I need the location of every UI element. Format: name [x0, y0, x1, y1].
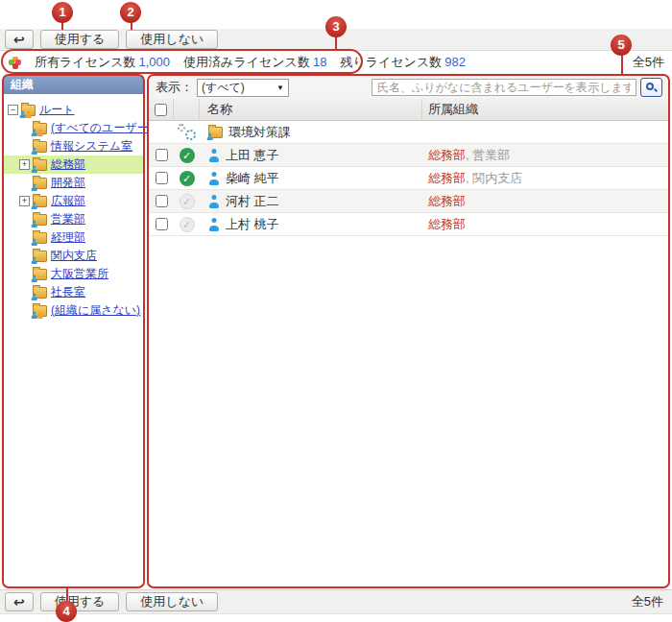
tree-item-0[interactable]: −ルート	[4, 101, 143, 119]
callout-1: 1	[52, 2, 73, 23]
tree-item-1[interactable]: (すべてのユーザー)	[4, 119, 143, 137]
table-row[interactable]: 環境対策課	[149, 121, 669, 144]
org-folder-icon	[32, 286, 48, 299]
tree-link[interactable]: 社長室	[51, 284, 85, 300]
tree-link[interactable]: 広報部	[51, 193, 85, 209]
tree-link[interactable]: 関内支店	[51, 248, 97, 264]
search-input[interactable]	[372, 79, 636, 96]
user-icon	[207, 195, 221, 208]
search-icon	[646, 83, 654, 90]
use-button-top[interactable]: 使用する	[40, 30, 120, 49]
tree-item-8[interactable]: 関内支店	[4, 247, 143, 265]
sidebar-title: 組織	[4, 76, 143, 94]
bottom-toolbar: ↩ 使用する 使用しない 全5件	[0, 589, 672, 614]
org-name: 環境対策課	[228, 124, 291, 141]
tree-link[interactable]: (組織に属さない)	[51, 302, 140, 319]
org-folder-icon	[32, 231, 48, 244]
group-folder-icon	[20, 104, 36, 116]
table-row[interactable]: ✓河村 正二総務部	[149, 190, 669, 213]
display-filter-select[interactable]: (すべて) ▼	[197, 79, 289, 97]
user-icon	[207, 172, 221, 185]
tree-link[interactable]: 大阪営業所	[51, 266, 108, 282]
total-count-top: 全5件	[633, 54, 664, 71]
back-button-bottom[interactable]: ↩	[5, 592, 34, 611]
expand-icon[interactable]: +	[19, 196, 30, 206]
unlicensed-check-icon: ✓	[180, 217, 195, 232]
tree-item-10[interactable]: 社長室	[4, 283, 143, 301]
licensed-check-icon: ✓	[180, 171, 195, 186]
license-management-page: ↩ 使用する 使用しない 所有ライセンス数1,000 使用済みライセンス数18 …	[0, 0, 672, 622]
used-licenses-value: 18	[313, 55, 326, 69]
back-icon: ↩	[13, 594, 25, 610]
select-all-checkbox[interactable]	[155, 104, 167, 116]
group-folder-icon	[32, 304, 48, 317]
tree-item-7[interactable]: 経理部	[4, 228, 143, 247]
name-column-header: 名称	[200, 99, 422, 120]
splitter-grip[interactable]: ∷	[136, 310, 143, 320]
table-row[interactable]: ✓上田 恵子総務部, 営業部	[149, 144, 669, 167]
collapse-icon[interactable]: −	[8, 105, 18, 115]
total-count-bottom: 全5件	[632, 593, 667, 610]
user-name: 河村 正二	[226, 193, 279, 210]
org-label: 総務部	[428, 216, 466, 233]
status-column-header	[174, 99, 200, 120]
callout-4: 4	[56, 601, 77, 622]
tree-link[interactable]: 営業部	[51, 211, 85, 227]
tree-item-4[interactable]: 開発部	[4, 174, 143, 192]
org-folder-icon	[207, 126, 224, 138]
table-row[interactable]: ✓上村 桃子総務部	[149, 213, 669, 236]
user-icon	[207, 149, 221, 162]
tree-item-2[interactable]: 情報システム室	[4, 137, 143, 156]
tree-item-6[interactable]: 営業部	[4, 210, 143, 228]
expand-icon[interactable]: +	[19, 159, 30, 170]
affiliated-orgs: 総務部, 営業部	[422, 144, 669, 166]
user-name: 上村 桃子	[226, 216, 279, 233]
organization-sidebar: 組織 −ルート(すべてのユーザー)情報システム室+総務部開発部+広報部営業部経理…	[4, 76, 143, 586]
used-licenses: 使用済みライセンス数18	[183, 54, 326, 71]
tree-item-9[interactable]: 大阪営業所	[4, 265, 143, 283]
back-icon: ↩	[13, 32, 25, 47]
not-use-button-top[interactable]: 使用しない	[126, 30, 218, 49]
callout-stem-5	[621, 54, 623, 75]
tree-link[interactable]: 経理部	[51, 229, 85, 246]
tree-item-11[interactable]: (組織に属さない)	[4, 301, 143, 320]
use-button-bottom[interactable]: 使用する	[40, 592, 120, 611]
org-label: 総務部	[428, 193, 466, 210]
affiliated-orgs: 総務部, 関内支店	[422, 167, 669, 189]
tree-item-3[interactable]: +総務部	[4, 156, 143, 174]
callout-stem-3	[335, 36, 337, 51]
user-icon	[207, 218, 221, 231]
table-body: 環境対策課✓上田 恵子総務部, 営業部✓柴崎 純平総務部, 関内支店✓河村 正二…	[149, 121, 669, 236]
user-name: 柴崎 純平	[226, 170, 279, 187]
row-checkbox[interactable]	[156, 195, 168, 207]
owned-licenses: 所有ライセンス数1,000	[35, 54, 170, 71]
org-label: 総務部	[428, 170, 466, 187]
tree-link[interactable]: ルート	[39, 102, 75, 118]
org-folder-icon	[32, 177, 48, 189]
owned-licenses-value: 1,000	[139, 55, 171, 69]
search-button[interactable]	[640, 78, 662, 97]
search-area	[372, 78, 662, 97]
remaining-licenses: 残りライセンス数982	[340, 54, 466, 71]
org-folder-icon	[32, 268, 48, 280]
org-column-header: 所属組織	[422, 99, 669, 120]
display-label: 表示：	[156, 79, 193, 96]
row-checkbox[interactable]	[156, 149, 168, 161]
display-filter-value: (すべて)	[202, 80, 245, 96]
tree-item-5[interactable]: +広報部	[4, 192, 143, 210]
settings-gears-icon	[178, 124, 196, 140]
table-row[interactable]: ✓柴崎 純平総務部, 関内支店	[149, 167, 669, 190]
not-use-button-bottom[interactable]: 使用しない	[126, 592, 218, 611]
back-button[interactable]: ↩	[5, 30, 34, 49]
tree-link[interactable]: (すべてのユーザー)	[51, 120, 153, 136]
org-label: 総務部	[428, 147, 466, 164]
org-label: , 営業部	[466, 147, 510, 164]
tree-link[interactable]: 情報システム室	[51, 138, 132, 155]
callout-5: 5	[611, 35, 632, 56]
tree-link[interactable]: 総務部	[51, 156, 85, 173]
affiliated-orgs	[422, 121, 669, 143]
organization-tree: −ルート(すべてのユーザー)情報システム室+総務部開発部+広報部営業部経理部関内…	[4, 94, 143, 320]
row-checkbox[interactable]	[156, 218, 168, 230]
tree-link[interactable]: 開発部	[51, 175, 85, 191]
row-checkbox[interactable]	[156, 172, 168, 184]
